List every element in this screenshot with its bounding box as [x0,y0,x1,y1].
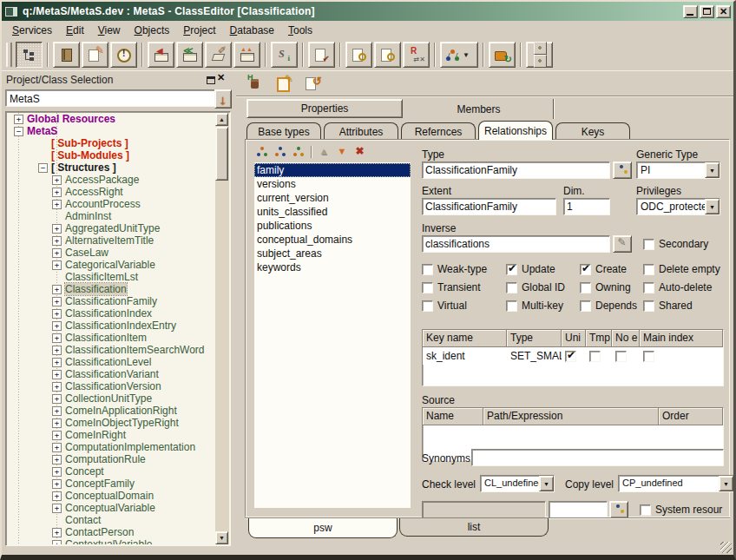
move-up-button[interactable] [317,145,332,160]
extra-field-2[interactable] [549,501,608,518]
tree-item-classificationitem[interactable]: +ClassificationItem [7,332,215,344]
tab-members[interactable]: Members [404,99,554,119]
tree-item-accesspackage[interactable]: +AccessPackage [7,174,215,186]
collapse-minus-icon[interactable]: − [14,127,23,136]
tree-item-comeinobjecttyperight[interactable]: +ComeInObjectTypeRight [7,417,215,429]
column-header[interactable]: Type [507,330,562,347]
brush-button[interactable] [205,42,232,68]
dropdown-arrow-icon[interactable]: ▼ [463,51,470,59]
menu-item-edit[interactable]: Edit [59,23,91,38]
extent-field[interactable]: ClassificationFamily [422,198,556,215]
molecule-insert-button[interactable] [273,145,288,160]
minimize-button[interactable] [683,5,698,18]
expand-plus-icon[interactable]: + [52,175,62,185]
system-resource-checkbox[interactable]: System resour [640,504,722,516]
tree-item-classificationversion[interactable]: +ClassificationVersion [7,380,215,392]
expand-plus-icon[interactable]: + [52,224,62,234]
tree-item-comeinright[interactable]: +ComeInRight [7,429,215,441]
alarm-button[interactable] [110,42,137,68]
expand-plus-icon[interactable]: + [52,431,62,440]
column-header[interactable]: No e [612,330,640,347]
checkbox[interactable] [643,300,654,312]
tree-item-concept[interactable]: +Concept [7,465,215,478]
molecule-link-button[interactable] [291,145,306,160]
dot-stack-button[interactable] [526,42,553,68]
delete-button[interactable] [353,145,369,160]
tree-item-classificationfamily[interactable]: +ClassificationFamily [7,295,215,307]
flag-weak-type[interactable]: Weak-type [422,263,487,275]
expand-plus-icon[interactable]: + [52,297,62,306]
expand-plus-icon[interactable]: + [52,285,62,294]
script-info-button[interactable] [271,42,298,68]
tree-item-contactperson[interactable]: +ContactPerson [7,526,215,538]
member-item-family[interactable]: family [254,163,411,177]
tree-item-classificationindex[interactable]: +ClassificationIndex [7,307,215,320]
column-header[interactable]: Key name [423,330,507,347]
class-up-button[interactable] [233,42,260,68]
tree-item-accessright[interactable]: +AccessRight [7,186,215,198]
tree-item-conceptfamily[interactable]: +ConceptFamily [7,478,215,490]
toolbar-handle[interactable] [6,43,12,67]
checkbox[interactable] [643,239,654,250]
column-header[interactable]: Path/Expression [483,408,659,425]
member-item-conceptual_domains[interactable]: conceptual_domains [254,233,411,247]
tree-item-caselaw[interactable]: +CaseLaw [7,247,215,259]
member-item-units_classified[interactable]: units_classified [254,205,411,219]
doc-find-button[interactable] [345,42,372,68]
checkbox[interactable] [640,504,651,516]
expand-plus-icon[interactable]: + [52,418,62,428]
checkbox[interactable] [506,282,517,293]
tab-attributes[interactable]: Attributes [324,122,398,140]
tab-properties[interactable]: Properties [246,99,403,118]
menu-item-objects[interactable]: Objects [128,23,177,38]
replace-button[interactable] [403,42,430,68]
tree-item-computationimplementation[interactable]: +ComputationImplementation [7,441,215,453]
inverse-field[interactable]: classifications [422,235,610,253]
edit-inverse-button[interactable] [613,235,632,253]
flag-global-id[interactable]: Global ID [506,281,565,293]
class-import-button[interactable] [148,42,174,68]
molecule-button[interactable]: ▼ [440,42,478,68]
molecule-add-button[interactable] [254,145,270,160]
expand-plus-icon[interactable]: + [52,370,62,379]
scroll-thumb[interactable] [215,127,228,181]
flag-virtual[interactable]: Virtual [422,300,467,312]
member-item-current_version[interactable]: current_version [254,191,411,205]
flag-owning[interactable]: Owning [580,281,631,293]
tree-item-conceptualvariable[interactable]: +ConceptualVariable [7,502,215,514]
tab-base-types[interactable]: Base types [246,122,321,140]
project-combo-value[interactable]: MetaS [5,89,231,107]
expand-plus-icon[interactable]: + [52,479,62,489]
member-item-publications[interactable]: publications [254,219,411,233]
project-combo-dropdown-button[interactable]: ↓ [214,89,232,109]
expand-plus-icon[interactable]: + [52,188,62,197]
bottom-tab-psw[interactable]: psw [248,518,398,538]
tree-item--sub-projects-[interactable]: [ Sub-Projects ] [7,137,215,149]
checkbox[interactable] [422,264,433,275]
menu-item-view[interactable]: View [91,23,128,38]
tree-item-classificationindexentry[interactable]: +ClassificationIndexEntry [7,320,215,332]
flag-depends[interactable]: Depends [580,300,637,312]
tree-item-classificationitemsearchword[interactable]: +ClassificationItemSearchWord [7,344,215,356]
tree-item-metas[interactable]: −MetaS [7,125,215,137]
edit-note-button[interactable] [82,42,108,68]
tree-item-conceptualdomain[interactable]: +ConceptualDomain [7,490,215,502]
expand-plus-icon[interactable]: + [52,443,62,452]
dropdown-arrow-icon[interactable]: ▼ [705,199,720,214]
maximize-button[interactable] [700,5,714,18]
tab-keys[interactable]: Keys [555,122,630,140]
tree-item-aggregatedunittype[interactable]: +AggregatedUnitType [7,222,215,234]
checkbox[interactable] [565,351,576,362]
checkbox[interactable] [422,282,433,293]
book-button[interactable] [53,42,80,68]
column-header[interactable]: Name [423,408,483,425]
folder-revert-button[interactable] [489,42,516,68]
menu-item-services[interactable]: Services [5,23,59,38]
expand-plus-icon[interactable]: + [52,382,62,392]
flag-update[interactable]: Update [506,263,555,275]
checkbox[interactable] [643,351,654,362]
bottom-tab-list[interactable]: list [399,518,549,537]
menu-item-project[interactable]: Project [176,23,222,38]
menu-item-tools[interactable]: Tools [281,23,319,38]
member-item-subject_areas[interactable]: subject_areas [254,247,411,260]
